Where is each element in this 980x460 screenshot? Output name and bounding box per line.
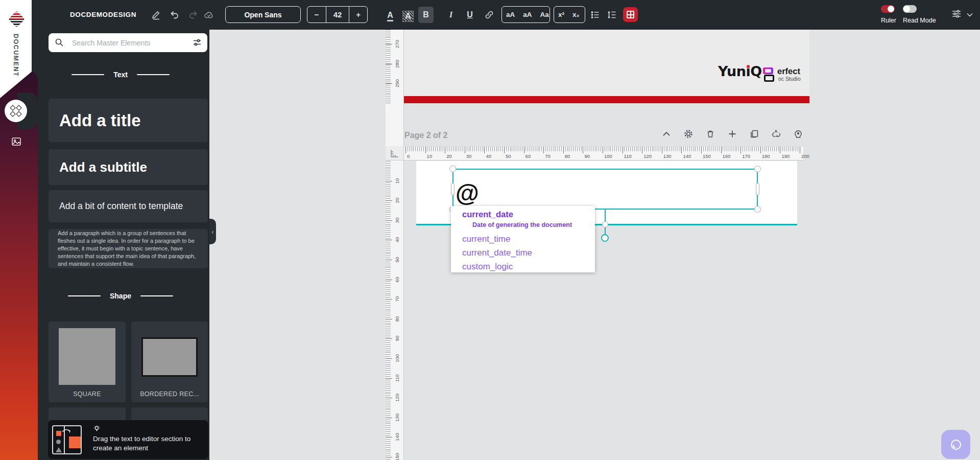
page-1[interactable]: YuniQ erfect oc Studio	[404, 30, 809, 103]
images-tool-button[interactable]	[11, 136, 21, 147]
ruler-corner-widget[interactable]	[386, 146, 404, 160]
font-size-value[interactable]: 42	[326, 10, 349, 19]
elements-tool-button[interactable]	[5, 100, 27, 122]
add-page-icon[interactable]	[727, 128, 738, 140]
support-button[interactable]	[941, 430, 970, 459]
script-group: x² x₂	[554, 6, 585, 23]
cloud-save-icon	[204, 10, 214, 20]
document-title: DOCDEMODESIGN	[70, 0, 136, 30]
bullet-list-icon[interactable]	[590, 10, 601, 20]
drag-illustration	[52, 425, 82, 454]
top-toolbar: DOCDEMODESIGN Open Sans − 42 + A A B I U…	[32, 0, 980, 30]
bold-button[interactable]: B	[418, 7, 434, 23]
selected-text-element[interactable]: @	[452, 169, 758, 210]
font-size-stepper: − 42 +	[307, 6, 368, 23]
collapse-page-icon[interactable]	[661, 128, 672, 140]
vertical-ruler: 2702802901020304050607080901001101201301…	[386, 30, 404, 460]
dropdown-item-current-date-time[interactable]: current_date_time	[462, 248, 532, 258]
anchor-mid-handle[interactable]	[602, 221, 608, 227]
search-input[interactable]	[72, 33, 179, 52]
settings-sliders-icon[interactable]	[951, 9, 962, 19]
text-section-header: Text	[32, 71, 209, 79]
yuniq-logo-dot	[747, 65, 750, 68]
master-element-title[interactable]: Add a title	[49, 99, 208, 142]
drag-hint-text: Drag the text to editor section to creat…	[93, 434, 204, 453]
v-ruler-zone-page	[386, 161, 391, 460]
master-element-content[interactable]: Add a bit of content to template	[49, 190, 208, 222]
line-spacing-icon[interactable]	[607, 10, 617, 20]
search-box	[49, 33, 207, 52]
page-footer-bar	[404, 96, 809, 103]
master-element-bordered-rect[interactable]: BORDERED REC...	[131, 321, 208, 402]
master-elements-panel: Text Add a title Add a subtitle Add a bi…	[32, 30, 209, 460]
dropdown-item-current-date[interactable]: current_date	[462, 210, 513, 219]
rename-pencil-icon[interactable]	[151, 10, 161, 20]
rail-section-label: DOCUMENT	[12, 34, 19, 77]
resize-handle-ne[interactable]	[754, 166, 761, 172]
anchor-end-handle[interactable]	[601, 234, 609, 242]
delete-page-icon[interactable]	[705, 128, 716, 140]
bordered-rect-preview	[141, 337, 198, 377]
read-mode-toggle[interactable]	[903, 5, 917, 13]
idea-icon[interactable]	[793, 128, 804, 140]
filter-icon[interactable]	[193, 38, 202, 47]
v-ruler-zone-top	[386, 30, 391, 103]
page-settings-icon[interactable]	[683, 128, 694, 140]
master-element-paragraph[interactable]: Add a paragraph which is a group of sent…	[49, 229, 208, 268]
dropdown-item-current-time[interactable]: current_time	[462, 234, 510, 244]
undo-icon[interactable]	[170, 10, 180, 20]
text-color-button[interactable]: A	[383, 7, 398, 23]
elements-icon	[10, 105, 21, 117]
perfect-doc-logo-icon	[763, 67, 775, 83]
element-text[interactable]: @	[456, 181, 479, 205]
resize-handle-e[interactable]	[756, 183, 759, 195]
drag-hint-tooltip: Drag the text to editor section to creat…	[48, 420, 208, 459]
drag-arrow-icon	[61, 427, 73, 435]
dropdown-item-description: Date of generating the document	[472, 221, 572, 228]
square-preview	[59, 328, 115, 385]
text-case-group: aA aA Aa	[501, 6, 550, 23]
ruler-toggle-label: Ruler	[881, 17, 896, 24]
search-icon	[55, 38, 64, 47]
underline-button[interactable]: U	[462, 7, 477, 23]
superscript-button[interactable]: x²	[554, 11, 568, 18]
recycle-icon[interactable]	[771, 128, 782, 140]
master-element-square[interactable]: SQUARE	[49, 321, 126, 402]
yuniq-logo: YuniQ	[718, 63, 762, 79]
h-ruler: 0102030405060708090100110120130140150160…	[404, 146, 803, 160]
lightbulb-icon	[93, 425, 101, 432]
panel-collapse-button[interactable]: ‹	[209, 219, 216, 244]
resize-handle-w[interactable]	[451, 183, 455, 195]
redo-icon[interactable]	[188, 10, 198, 20]
perfect-doc-logo-text-bottom: oc Studio	[778, 76, 801, 82]
master-element-subtitle[interactable]: Add a subtitle	[49, 149, 208, 185]
font-size-decrease[interactable]: −	[307, 10, 326, 19]
shape-section-header: Shape	[32, 292, 209, 300]
perfect-doc-logo-text-top: erfect	[777, 66, 800, 76]
page-indicator: Page 2 of 2	[404, 131, 447, 140]
editor-canvas: ‹ YuniQ erfect oc Studio Page 2 of 2 270…	[209, 30, 980, 460]
support-icon	[949, 438, 963, 452]
font-family-select[interactable]: Open Sans	[225, 6, 301, 23]
uppercase-button[interactable]: aA	[502, 11, 519, 18]
lowercase-button[interactable]: aA	[519, 11, 536, 18]
merge-tag-dropdown: current_date Date of generating the docu…	[451, 206, 595, 272]
italic-button[interactable]: I	[443, 7, 459, 23]
chevron-down-icon[interactable]	[966, 11, 974, 19]
subscript-button[interactable]: x₂	[568, 11, 584, 18]
dropdown-item-custom-logic[interactable]: custom_logic	[462, 262, 513, 272]
resize-handle-se[interactable]	[754, 206, 761, 213]
resize-handle-nw[interactable]	[449, 166, 456, 172]
read-mode-toggle-label: Read Mode	[903, 17, 936, 24]
font-size-increase[interactable]: +	[349, 10, 367, 19]
capitalize-button[interactable]: Aa	[536, 11, 553, 18]
data-table-icon[interactable]	[623, 7, 638, 22]
duplicate-page-icon[interactable]	[749, 128, 760, 140]
highlight-color-button[interactable]: A	[400, 7, 416, 23]
ruler-toggle[interactable]	[881, 5, 895, 13]
page-toolbar	[661, 128, 804, 140]
link-icon[interactable]	[484, 10, 494, 20]
